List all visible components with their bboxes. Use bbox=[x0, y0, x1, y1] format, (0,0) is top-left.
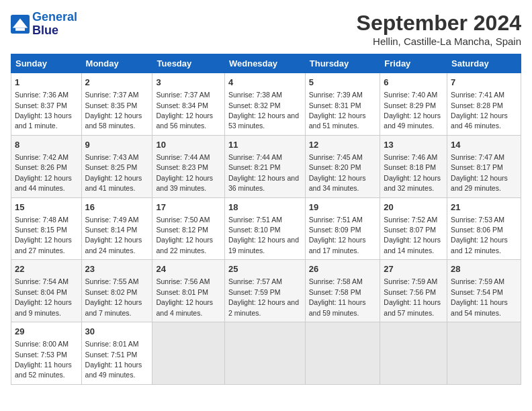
calendar-cell bbox=[305, 322, 380, 385]
day-number: 13 bbox=[384, 139, 443, 151]
day-info: Sunrise: 7:51 AMSunset: 8:09 PMDaylight:… bbox=[309, 216, 366, 255]
logo-icon bbox=[11, 15, 30, 34]
day-info: Sunrise: 7:59 AMSunset: 7:56 PMDaylight:… bbox=[384, 277, 441, 316]
calendar-cell: 21 Sunrise: 7:53 AMSunset: 8:06 PMDaylig… bbox=[447, 197, 521, 260]
day-number: 25 bbox=[228, 263, 302, 275]
calendar-title: September 2024 bbox=[357, 11, 521, 36]
calendar-cell: 19 Sunrise: 7:51 AMSunset: 8:09 PMDaylig… bbox=[305, 197, 380, 260]
day-info: Sunrise: 8:01 AMSunset: 7:51 PMDaylight:… bbox=[85, 340, 142, 379]
calendar-cell: 16 Sunrise: 7:49 AMSunset: 8:14 PMDaylig… bbox=[81, 197, 152, 260]
day-number: 28 bbox=[451, 263, 517, 275]
day-info: Sunrise: 7:58 AMSunset: 7:58 PMDaylight:… bbox=[309, 277, 366, 316]
header: GeneralBlue September 2024 Hellin, Casti… bbox=[11, 11, 521, 47]
day-number: 6 bbox=[384, 77, 443, 89]
day-number: 11 bbox=[228, 139, 302, 151]
day-number: 2 bbox=[85, 77, 149, 89]
calendar-week-2: 15 Sunrise: 7:48 AMSunset: 8:15 PMDaylig… bbox=[11, 197, 521, 260]
day-info: Sunrise: 7:37 AMSunset: 8:34 PMDaylight:… bbox=[156, 91, 213, 130]
day-info: Sunrise: 7:41 AMSunset: 8:28 PMDaylight:… bbox=[451, 91, 508, 130]
day-header-wednesday: Wednesday bbox=[224, 54, 305, 73]
day-info: Sunrise: 7:55 AMSunset: 8:02 PMDaylight:… bbox=[85, 277, 142, 316]
day-number: 30 bbox=[85, 326, 149, 338]
day-info: Sunrise: 7:51 AMSunset: 8:10 PMDaylight:… bbox=[228, 216, 299, 255]
day-number: 23 bbox=[85, 263, 149, 275]
calendar-cell: 27 Sunrise: 7:59 AMSunset: 7:56 PMDaylig… bbox=[380, 260, 447, 322]
day-number: 14 bbox=[451, 139, 517, 151]
calendar-cell: 22 Sunrise: 7:54 AMSunset: 8:04 PMDaylig… bbox=[11, 260, 82, 322]
day-info: Sunrise: 7:44 AMSunset: 8:23 PMDaylight:… bbox=[156, 153, 213, 192]
day-info: Sunrise: 7:48 AMSunset: 8:15 PMDaylight:… bbox=[15, 216, 72, 255]
calendar-cell: 8 Sunrise: 7:42 AMSunset: 8:26 PMDayligh… bbox=[11, 135, 82, 197]
calendar-cell bbox=[152, 322, 225, 385]
day-number: 10 bbox=[156, 139, 221, 151]
day-number: 5 bbox=[309, 77, 377, 89]
day-number: 17 bbox=[156, 201, 221, 214]
calendar-cell: 3 Sunrise: 7:37 AMSunset: 8:34 PMDayligh… bbox=[152, 73, 225, 136]
day-info: Sunrise: 7:40 AMSunset: 8:29 PMDaylight:… bbox=[384, 91, 441, 130]
svg-rect-2 bbox=[15, 28, 25, 30]
day-info: Sunrise: 7:50 AMSunset: 8:12 PMDaylight:… bbox=[156, 216, 213, 255]
day-info: Sunrise: 7:52 AMSunset: 8:07 PMDaylight:… bbox=[384, 216, 441, 255]
calendar-cell: 28 Sunrise: 7:59 AMSunset: 7:54 PMDaylig… bbox=[447, 260, 521, 322]
calendar-week-0: 1 Sunrise: 7:36 AMSunset: 8:37 PMDayligh… bbox=[11, 73, 521, 136]
day-info: Sunrise: 7:43 AMSunset: 8:25 PMDaylight:… bbox=[85, 153, 142, 192]
day-number: 7 bbox=[451, 77, 517, 89]
day-info: Sunrise: 7:44 AMSunset: 8:21 PMDaylight:… bbox=[228, 153, 299, 192]
calendar-cell: 13 Sunrise: 7:46 AMSunset: 8:18 PMDaylig… bbox=[380, 135, 447, 197]
calendar-cell: 10 Sunrise: 7:44 AMSunset: 8:23 PMDaylig… bbox=[152, 135, 225, 197]
day-info: Sunrise: 7:37 AMSunset: 8:35 PMDaylight:… bbox=[85, 91, 142, 130]
calendar-cell: 30 Sunrise: 8:01 AMSunset: 7:51 PMDaylig… bbox=[81, 322, 152, 385]
day-header-monday: Monday bbox=[81, 54, 152, 73]
day-number: 19 bbox=[309, 201, 377, 214]
calendar-cell: 17 Sunrise: 7:50 AMSunset: 8:12 PMDaylig… bbox=[152, 197, 225, 260]
day-number: 8 bbox=[15, 139, 78, 151]
day-info: Sunrise: 7:57 AMSunset: 7:59 PMDaylight:… bbox=[228, 277, 299, 316]
day-number: 24 bbox=[156, 263, 221, 275]
day-number: 12 bbox=[309, 139, 377, 151]
title-area: September 2024 Hellin, Castille-La Manch… bbox=[357, 11, 521, 47]
header-row: SundayMondayTuesdayWednesdayThursdayFrid… bbox=[11, 54, 521, 73]
calendar-cell: 24 Sunrise: 7:56 AMSunset: 8:01 PMDaylig… bbox=[152, 260, 225, 322]
day-number: 27 bbox=[384, 263, 443, 275]
calendar-cell: 23 Sunrise: 7:55 AMSunset: 8:02 PMDaylig… bbox=[81, 260, 152, 322]
calendar-cell: 12 Sunrise: 7:45 AMSunset: 8:20 PMDaylig… bbox=[305, 135, 380, 197]
day-info: Sunrise: 7:49 AMSunset: 8:14 PMDaylight:… bbox=[85, 216, 142, 255]
calendar-cell: 18 Sunrise: 7:51 AMSunset: 8:10 PMDaylig… bbox=[224, 197, 305, 260]
day-info: Sunrise: 7:47 AMSunset: 8:17 PMDaylight:… bbox=[451, 153, 508, 192]
day-info: Sunrise: 7:46 AMSunset: 8:18 PMDaylight:… bbox=[384, 153, 441, 192]
calendar-cell: 9 Sunrise: 7:43 AMSunset: 8:25 PMDayligh… bbox=[81, 135, 152, 197]
day-number: 21 bbox=[451, 201, 517, 214]
calendar-cell: 4 Sunrise: 7:38 AMSunset: 8:32 PMDayligh… bbox=[224, 73, 305, 136]
day-number: 20 bbox=[384, 201, 443, 214]
calendar-cell: 29 Sunrise: 8:00 AMSunset: 7:53 PMDaylig… bbox=[11, 322, 82, 385]
day-info: Sunrise: 7:54 AMSunset: 8:04 PMDaylight:… bbox=[15, 277, 72, 316]
calendar-cell bbox=[447, 322, 521, 385]
day-info: Sunrise: 7:36 AMSunset: 8:37 PMDaylight:… bbox=[15, 91, 72, 130]
day-number: 26 bbox=[309, 263, 377, 275]
day-number: 29 bbox=[15, 326, 78, 338]
calendar-cell: 20 Sunrise: 7:52 AMSunset: 8:07 PMDaylig… bbox=[380, 197, 447, 260]
calendar-table: SundayMondayTuesdayWednesdayThursdayFrid… bbox=[11, 54, 521, 385]
calendar-week-4: 29 Sunrise: 8:00 AMSunset: 7:53 PMDaylig… bbox=[11, 322, 521, 385]
day-header-saturday: Saturday bbox=[447, 54, 521, 73]
calendar-cell bbox=[380, 322, 447, 385]
calendar-subtitle: Hellin, Castille-La Mancha, Spain bbox=[357, 36, 521, 47]
calendar-cell: 7 Sunrise: 7:41 AMSunset: 8:28 PMDayligh… bbox=[447, 73, 521, 136]
day-header-tuesday: Tuesday bbox=[152, 54, 225, 73]
day-header-sunday: Sunday bbox=[11, 54, 82, 73]
day-info: Sunrise: 7:56 AMSunset: 8:01 PMDaylight:… bbox=[156, 277, 213, 316]
day-header-thursday: Thursday bbox=[305, 54, 380, 73]
day-info: Sunrise: 7:45 AMSunset: 8:20 PMDaylight:… bbox=[309, 153, 366, 192]
calendar-cell: 1 Sunrise: 7:36 AMSunset: 8:37 PMDayligh… bbox=[11, 73, 82, 136]
calendar-cell: 2 Sunrise: 7:37 AMSunset: 8:35 PMDayligh… bbox=[81, 73, 152, 136]
day-number: 22 bbox=[15, 263, 78, 275]
day-info: Sunrise: 7:38 AMSunset: 8:32 PMDaylight:… bbox=[228, 91, 299, 130]
day-number: 1 bbox=[15, 77, 78, 89]
calendar-cell bbox=[224, 322, 305, 385]
calendar-week-1: 8 Sunrise: 7:42 AMSunset: 8:26 PMDayligh… bbox=[11, 135, 521, 197]
calendar-cell: 14 Sunrise: 7:47 AMSunset: 8:17 PMDaylig… bbox=[447, 135, 521, 197]
calendar-cell: 5 Sunrise: 7:39 AMSunset: 8:31 PMDayligh… bbox=[305, 73, 380, 136]
calendar-cell: 15 Sunrise: 7:48 AMSunset: 8:15 PMDaylig… bbox=[11, 197, 82, 260]
day-info: Sunrise: 7:39 AMSunset: 8:31 PMDaylight:… bbox=[309, 91, 366, 130]
day-number: 4 bbox=[228, 77, 302, 89]
